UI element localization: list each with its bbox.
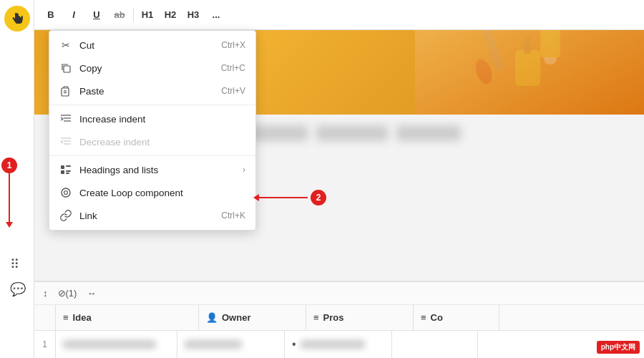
blurred-text-2: [316, 125, 388, 141]
toolbar-divider-1: [133, 8, 134, 22]
h2-button[interactable]: H2: [160, 5, 181, 25]
annotation-2-circle: 2: [311, 190, 326, 205]
svg-rect-21: [66, 173, 69, 174]
co-col-icon: ≡: [421, 312, 426, 323]
svg-rect-17: [61, 165, 64, 169]
table-sort-button[interactable]: ↕: [40, 286, 51, 300]
chat-icon[interactable]: 💬: [10, 281, 26, 297]
idea-col-icon: ≡: [63, 312, 69, 323]
grid-icon[interactable]: ⠿: [10, 256, 19, 272]
headings-label: Headings and lists: [79, 165, 235, 175]
table-header: ≡ Idea 👤 Owner ≡ Pros ≡ Co: [34, 305, 644, 331]
php-watermark: php中文网: [597, 341, 640, 354]
loop-icon: [59, 186, 72, 199]
increase-indent-icon: [59, 112, 72, 125]
context-menu: ✂ Cut Ctrl+X Copy Ctrl+C Paste Ctrl+V: [49, 30, 256, 231]
annotation-step-1: 1: [1, 158, 17, 223]
pros-col-icon: ≡: [313, 312, 319, 323]
paste-shortcut: Ctrl+V: [221, 86, 245, 96]
link-label: Link: [79, 211, 214, 221]
svg-rect-7: [64, 66, 70, 72]
menu-item-paste[interactable]: Paste Ctrl+V: [49, 79, 255, 102]
bullet-icon: •: [292, 338, 296, 351]
table-toolbar: ↕ ⊘(1) ↔: [34, 282, 644, 305]
bold-button[interactable]: B: [40, 5, 62, 25]
cut-shortcut: Ctrl+X: [221, 40, 245, 50]
idea-col-label: Idea: [73, 312, 92, 323]
increase-indent-label: Increase indent: [79, 114, 245, 125]
paste-icon: [59, 84, 72, 97]
svg-point-4: [472, 57, 494, 87]
headings-arrow: ›: [243, 165, 245, 175]
cut-icon: ✂: [59, 39, 72, 52]
table-section: ↕ ⊘(1) ↔ ≡ Idea 👤 Owner ≡ Pros ≡ Co 1: [34, 281, 644, 358]
cut-label: Cut: [79, 40, 214, 51]
svg-point-23: [64, 191, 68, 195]
pros-col-label: Pros: [323, 312, 344, 323]
link-shortcut: Ctrl+K: [221, 211, 245, 221]
create-loop-label: Create Loop component: [79, 188, 245, 198]
link-icon: [59, 209, 72, 222]
menu-item-decrease-indent: Decrease indent: [49, 130, 255, 153]
headings-icon: [59, 163, 72, 176]
table-col-pros: ≡ Pros: [306, 305, 414, 330]
blurred-content-row: [222, 125, 461, 141]
copy-shortcut: Ctrl+C: [221, 63, 245, 73]
blurred-text-3: [396, 125, 461, 141]
menu-item-create-loop[interactable]: Create Loop component: [49, 181, 255, 204]
annotation-1-circle: 1: [1, 158, 17, 173]
svg-rect-19: [61, 170, 64, 174]
copy-icon: [59, 62, 72, 74]
svg-rect-18: [66, 165, 71, 167]
cell-blur-idea: [63, 340, 156, 349]
row-number-header: [34, 305, 56, 330]
decrease-indent-label: Decrease indent: [79, 137, 245, 147]
row-number-1: 1: [34, 331, 56, 358]
owner-col-icon: 👤: [206, 312, 218, 323]
svg-rect-20: [66, 170, 71, 172]
cursor-icon: [4, 6, 30, 32]
table-filter-button[interactable]: ⊘(1): [55, 286, 80, 300]
svg-rect-5: [515, 50, 540, 86]
copy-label: Copy: [79, 63, 214, 74]
table-cell-idea-1[interactable]: [56, 331, 177, 358]
menu-item-link[interactable]: Link Ctrl+K: [49, 204, 255, 227]
italic-button[interactable]: I: [63, 5, 84, 25]
table-col-owner: 👤 Owner: [199, 305, 306, 330]
menu-item-copy[interactable]: Copy Ctrl+C: [49, 57, 255, 79]
cell-blur-pros: [301, 340, 365, 349]
menu-item-cut[interactable]: ✂ Cut Ctrl+X: [49, 34, 255, 57]
strikethrough-button[interactable]: ab: [109, 5, 130, 25]
hand-cursor-icon: [10, 11, 24, 26]
menu-separator-1: [49, 105, 255, 105]
menu-item-increase-indent[interactable]: Increase indent: [49, 107, 255, 130]
editor-toolbar: B I U ab H1 H2 H3 ...: [34, 0, 644, 30]
svg-rect-1: [540, 29, 560, 57]
underline-button[interactable]: U: [86, 5, 107, 25]
table-col-co: ≡ Co: [414, 305, 499, 330]
menu-item-headings[interactable]: Headings and lists ›: [49, 158, 255, 181]
table-cell-pros-1[interactable]: •: [285, 331, 392, 358]
table-row: 1 •: [34, 331, 644, 358]
paste-label: Paste: [79, 86, 214, 97]
cell-blur-owner: [185, 340, 242, 349]
svg-rect-6: [524, 36, 531, 54]
annotation-1-arrow: [9, 173, 10, 223]
h3-button[interactable]: H3: [182, 5, 204, 25]
decrease-indent-icon: [59, 135, 72, 148]
owner-col-label: Owner: [222, 312, 250, 323]
svg-rect-8: [62, 88, 69, 96]
more-button[interactable]: ...: [205, 5, 227, 25]
svg-point-22: [62, 188, 70, 197]
table-resize-button[interactable]: ↔: [84, 286, 99, 300]
co-col-label: Co: [431, 312, 443, 323]
annotation-step-2: 2: [258, 190, 326, 205]
table-cell-owner-1[interactable]: [177, 331, 285, 358]
h1-button[interactable]: H1: [137, 5, 158, 25]
table-cell-co-1[interactable]: [392, 331, 478, 358]
menu-separator-2: [49, 155, 255, 156]
table-col-idea: ≡ Idea: [56, 305, 199, 330]
annotation-2-arrow: [258, 197, 308, 198]
